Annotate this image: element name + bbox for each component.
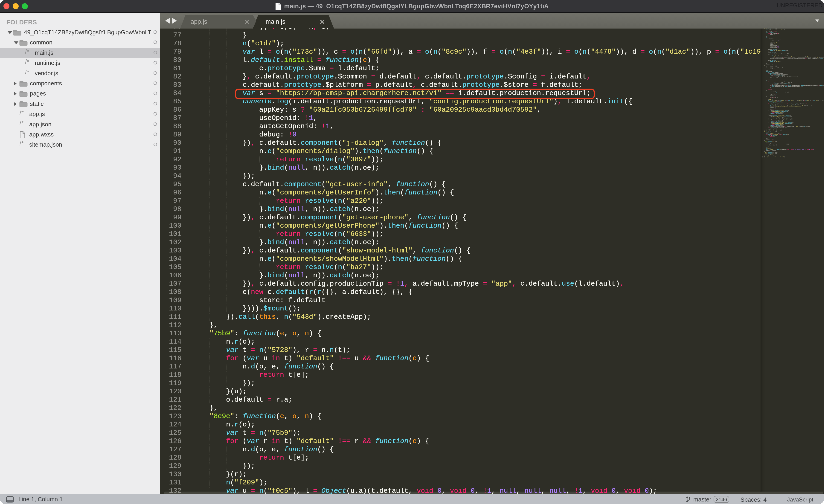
svg-text:app.js: app.js <box>191 18 207 25</box>
svg-text:main.js: main.js <box>266 18 285 25</box>
